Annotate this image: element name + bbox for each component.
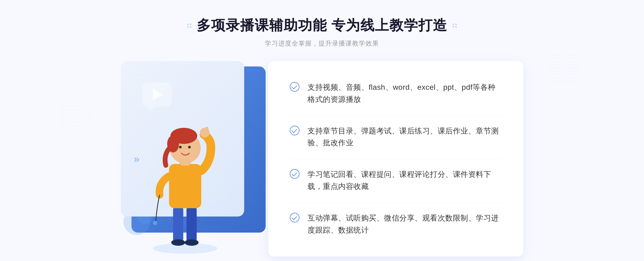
check-icon-3 bbox=[290, 169, 299, 179]
dot-pattern-left bbox=[59, 102, 91, 134]
svg-point-0 bbox=[153, 243, 217, 254]
dots-deco-left bbox=[187, 24, 191, 28]
page-container: 多项录播课辅助功能 专为线上教学打造 学习进度全掌握，提升录播课教学效果 » bbox=[0, 0, 644, 261]
main-title-row: 多项录播课辅助功能 专为线上教学打造 bbox=[187, 16, 457, 35]
svg-point-6 bbox=[153, 221, 157, 225]
svg-rect-2 bbox=[186, 206, 197, 243]
sub-title: 学习进度全掌握，提升录播课教学效果 bbox=[265, 39, 379, 48]
feature-text-2: 支持章节目录、弹题考试、课后练习、课后作业、章节测验、批改作业 bbox=[308, 125, 502, 149]
person-illustration bbox=[137, 101, 233, 256]
svg-point-11 bbox=[179, 146, 182, 148]
svg-point-12 bbox=[188, 146, 191, 148]
svg-point-3 bbox=[171, 239, 185, 246]
illustration-area bbox=[121, 61, 276, 256]
feature-item-3: 学习笔记回看、课程提问、课程评论打分、课件资料下载，重点内容收藏 bbox=[290, 159, 502, 203]
check-mark-1 bbox=[291, 84, 297, 89]
content-wrapper: » bbox=[121, 61, 523, 256]
check-icon-2 bbox=[290, 126, 299, 135]
feature-item-2: 支持章节目录、弹题考试、课后练习、课后作业、章节测验、批改作业 bbox=[290, 115, 502, 159]
feature-text-1: 支持视频、音频、flash、word、excel、ppt、pdf等各种格式的资源… bbox=[308, 81, 502, 106]
sparkle-1 bbox=[140, 75, 143, 80]
feature-text-3: 学习笔记回看、课程提问、课程评论打分、课件资料下载，重点内容收藏 bbox=[308, 169, 502, 193]
check-icon-1 bbox=[290, 82, 299, 92]
left-arrow-deco: » bbox=[134, 153, 140, 165]
sparkle-2 bbox=[148, 77, 150, 82]
feature-item-1: 支持视频、音频、flash、word、excel、ppt、pdf等各种格式的资源… bbox=[290, 72, 502, 115]
svg-rect-1 bbox=[173, 206, 183, 243]
feature-text-4: 互动弹幕、试听购买、微信分享、观看次数限制、学习进度跟踪、数据统计 bbox=[308, 212, 502, 236]
svg-rect-14 bbox=[205, 127, 208, 135]
features-area: 支持视频、音频、flash、word、excel、ppt、pdf等各种格式的资源… bbox=[268, 61, 523, 256]
title-area: 多项录播课辅助功能 专为线上教学打造 学习进度全掌握，提升录播课教学效果 bbox=[187, 16, 457, 48]
play-icon bbox=[153, 89, 163, 100]
main-title: 多项录播课辅助功能 专为线上教学打造 bbox=[197, 16, 447, 35]
svg-point-4 bbox=[185, 239, 199, 246]
check-icon-4 bbox=[290, 213, 299, 222]
check-mark-4 bbox=[291, 214, 297, 220]
dots-deco-right bbox=[453, 24, 457, 28]
check-mark-2 bbox=[291, 127, 297, 133]
feature-item-4: 互动弹幕、试听购买、微信分享、观看次数限制、学习进度跟踪、数据统计 bbox=[290, 203, 502, 246]
svg-rect-5 bbox=[169, 164, 201, 208]
dot-pattern-right bbox=[547, 54, 580, 86]
check-mark-3 bbox=[291, 171, 297, 176]
